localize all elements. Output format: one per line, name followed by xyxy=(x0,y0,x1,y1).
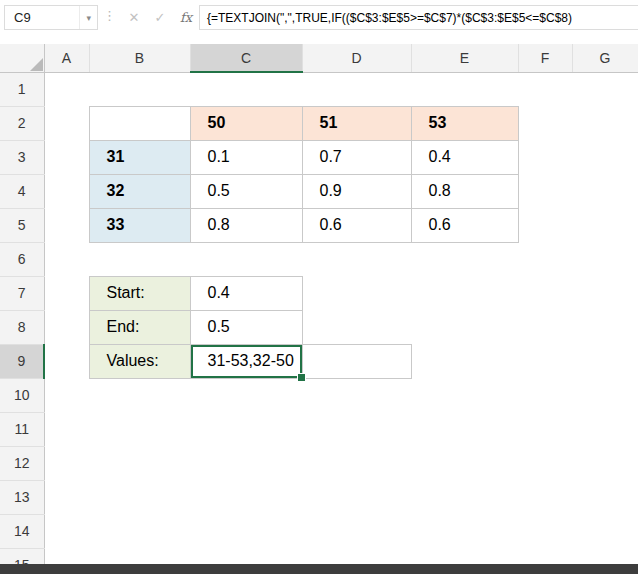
cancel-icon[interactable]: ✕ xyxy=(121,5,147,30)
cell[interactable] xyxy=(572,514,638,548)
cell-C8[interactable]: 0.5 xyxy=(190,310,302,344)
cell[interactable] xyxy=(572,242,638,276)
cell[interactable] xyxy=(572,72,638,106)
cell[interactable] xyxy=(411,242,518,276)
cell[interactable] xyxy=(518,174,572,208)
cell[interactable] xyxy=(44,208,89,242)
cell[interactable] xyxy=(89,378,190,412)
cell[interactable] xyxy=(302,412,411,446)
col-header-B[interactable]: B xyxy=(89,44,190,72)
cell[interactable] xyxy=(411,378,518,412)
cell[interactable] xyxy=(518,344,572,378)
cell[interactable] xyxy=(572,208,638,242)
cell[interactable] xyxy=(518,310,572,344)
row-header-7[interactable]: 7 xyxy=(0,276,44,310)
col-header-F[interactable]: F xyxy=(518,44,572,72)
cell[interactable] xyxy=(518,106,572,140)
cell[interactable] xyxy=(44,514,89,548)
cell[interactable] xyxy=(190,480,302,514)
cell[interactable] xyxy=(89,480,190,514)
cell[interactable] xyxy=(302,310,411,344)
cell[interactable] xyxy=(518,514,572,548)
cell[interactable] xyxy=(411,412,518,446)
cell[interactable] xyxy=(518,446,572,480)
cell[interactable] xyxy=(44,106,89,140)
cell[interactable] xyxy=(302,446,411,480)
cell-E2[interactable]: 53 xyxy=(411,106,518,140)
cell[interactable] xyxy=(44,480,89,514)
cell[interactable] xyxy=(190,514,302,548)
name-box[interactable]: C9 ▾ xyxy=(4,5,98,30)
cell-C9-selected[interactable]: 31-53,32-50 xyxy=(190,344,302,378)
formula-input[interactable]: {=TEXTJOIN(",",TRUE,IF(($C$3:$E$5>=$C$7)… xyxy=(199,5,638,30)
row-header-10[interactable]: 10 xyxy=(0,378,44,412)
cell-D5[interactable]: 0.6 xyxy=(302,208,411,242)
col-header-E[interactable]: E xyxy=(411,44,518,72)
cell[interactable] xyxy=(411,310,518,344)
cell-B7[interactable]: Start: xyxy=(89,276,190,310)
cell[interactable] xyxy=(411,72,518,106)
cell[interactable] xyxy=(572,140,638,174)
row-header-6[interactable]: 6 xyxy=(0,242,44,276)
cell[interactable] xyxy=(302,276,411,310)
cell[interactable] xyxy=(89,514,190,548)
cell[interactable] xyxy=(190,242,302,276)
enter-icon[interactable]: ✓ xyxy=(147,5,173,30)
cell[interactable] xyxy=(411,276,518,310)
col-header-D[interactable]: D xyxy=(302,44,411,72)
cell-D2[interactable]: 51 xyxy=(302,106,411,140)
insert-function-icon[interactable]: fx xyxy=(173,5,199,30)
cell[interactable] xyxy=(89,446,190,480)
cell[interactable] xyxy=(518,412,572,446)
cell[interactable] xyxy=(572,310,638,344)
cell-C2[interactable]: 50 xyxy=(190,106,302,140)
cell[interactable] xyxy=(572,378,638,412)
row-header-13[interactable]: 13 xyxy=(0,480,44,514)
cell[interactable] xyxy=(302,72,411,106)
row-header-4[interactable]: 4 xyxy=(0,174,44,208)
cell[interactable] xyxy=(518,276,572,310)
row-header-11[interactable]: 11 xyxy=(0,412,44,446)
cell[interactable] xyxy=(572,106,638,140)
cell[interactable] xyxy=(44,446,89,480)
cell-C7[interactable]: 0.4 xyxy=(190,276,302,310)
cell-D9[interactable] xyxy=(302,344,411,378)
cell-E5[interactable]: 0.6 xyxy=(411,208,518,242)
cell[interactable] xyxy=(44,242,89,276)
row-header-14[interactable]: 14 xyxy=(0,514,44,548)
cell[interactable] xyxy=(44,72,89,106)
cell[interactable] xyxy=(44,140,89,174)
col-header-C[interactable]: C xyxy=(190,44,302,72)
cell[interactable] xyxy=(302,242,411,276)
cell[interactable] xyxy=(89,72,190,106)
cell-B8[interactable]: End: xyxy=(89,310,190,344)
cell[interactable] xyxy=(44,174,89,208)
cell[interactable] xyxy=(411,514,518,548)
cell-B4[interactable]: 32 xyxy=(89,174,190,208)
cell-D4[interactable]: 0.9 xyxy=(302,174,411,208)
cell[interactable] xyxy=(44,412,89,446)
cell[interactable] xyxy=(411,344,518,378)
cell[interactable] xyxy=(44,344,89,378)
cell[interactable] xyxy=(89,412,190,446)
cell[interactable] xyxy=(411,480,518,514)
cell[interactable] xyxy=(572,412,638,446)
cell[interactable] xyxy=(572,446,638,480)
row-header-8[interactable]: 8 xyxy=(0,310,44,344)
cell[interactable] xyxy=(518,480,572,514)
cell-C4[interactable]: 0.5 xyxy=(190,174,302,208)
cell-B2[interactable] xyxy=(89,106,190,140)
cell[interactable] xyxy=(302,378,411,412)
row-header-5[interactable]: 5 xyxy=(0,208,44,242)
cell[interactable] xyxy=(411,446,518,480)
col-header-A[interactable]: A xyxy=(44,44,89,72)
cell[interactable] xyxy=(190,72,302,106)
cell-B9[interactable]: Values: xyxy=(89,344,190,378)
cell[interactable] xyxy=(190,412,302,446)
cell[interactable] xyxy=(572,480,638,514)
row-header-1[interactable]: 1 xyxy=(0,72,44,106)
cell[interactable] xyxy=(572,174,638,208)
cell[interactable] xyxy=(572,344,638,378)
cell[interactable] xyxy=(44,276,89,310)
cell-D3[interactable]: 0.7 xyxy=(302,140,411,174)
